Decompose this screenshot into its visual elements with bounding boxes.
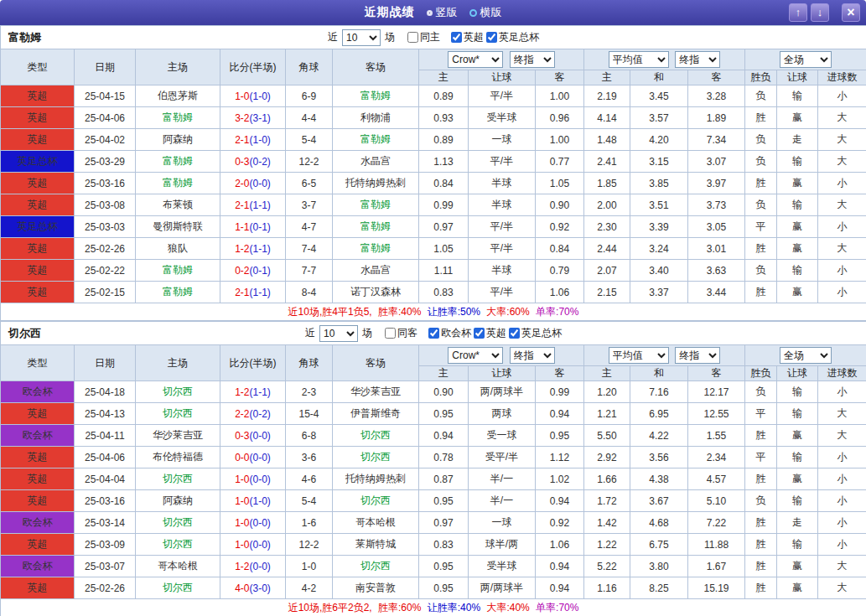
away-team[interactable]: 切尔西 (333, 556, 419, 577)
odds-home: 0.87 (419, 468, 469, 490)
home-team[interactable]: 切尔西 (136, 381, 220, 403)
home-team[interactable]: 华沙莱吉亚 (136, 425, 220, 447)
away-team[interactable]: 利物浦 (333, 107, 419, 129)
layout-vertical-radio[interactable]: 竖版 (427, 5, 458, 20)
away-team[interactable]: 伊普斯维奇 (333, 403, 419, 425)
home-team[interactable]: 布莱顿 (136, 194, 220, 216)
home-team[interactable]: 切尔西 (136, 577, 220, 599)
avg-group-cell: 平均值 终指 (584, 49, 745, 70)
same-venue-filter[interactable]: 同客 (385, 326, 417, 340)
home-team[interactable]: 布伦特福德 (136, 447, 220, 468)
away-team[interactable]: 诺丁汉森林 (333, 282, 419, 303)
move-down-button[interactable]: ↓ (811, 3, 829, 22)
match-count-select[interactable]: 10 (319, 325, 358, 342)
away-team[interactable]: 南安普敦 (333, 577, 419, 599)
corner-count: 1-0 (286, 556, 333, 577)
summary-row: 近10场,胜4平1负5, 胜率:40% 让胜率:50% 大率:60% 单率:70… (1, 303, 866, 321)
move-up-button[interactable]: ↑ (789, 3, 807, 22)
away-team[interactable]: 切尔西 (333, 447, 419, 468)
away-team[interactable]: 富勒姆 (333, 194, 419, 216)
league-filter[interactable]: 英足总杯 (509, 326, 562, 340)
score: 4-0(3-0) (220, 577, 286, 599)
match-date: 25-04-15 (75, 85, 136, 107)
same-venue-filter[interactable]: 同主 (407, 30, 440, 44)
avg-stage-select[interactable]: 终指 (675, 347, 720, 364)
league-checkbox[interactable] (474, 328, 485, 339)
match-row: 英超25-04-15伯恩茅斯1-0(1-0)6-9富勒姆0.89平/半1.002… (1, 85, 866, 107)
close-button[interactable]: × (842, 3, 860, 22)
fulltime-score: 1-1 (235, 221, 249, 233)
home-team[interactable]: 阿森纳 (136, 490, 220, 512)
odds-away: 1.06 (536, 282, 584, 303)
away-team[interactable]: 富勒姆 (333, 216, 419, 238)
league-filter[interactable]: 欧会杯 (428, 326, 471, 340)
home-team[interactable]: 富勒姆 (136, 151, 220, 173)
home-header: 主场 (136, 345, 220, 381)
odds-provider-select[interactable]: Crow* (448, 347, 503, 364)
result-outcome: 负 (745, 194, 777, 216)
home-team[interactable]: 曼彻斯特联 (136, 216, 220, 238)
odds-home: 0.83 (419, 282, 469, 303)
avg-provider-select[interactable]: 平均值 (609, 347, 669, 364)
match-scope-select[interactable]: 全场 (780, 51, 832, 68)
league-badge: 英超 (1, 173, 75, 194)
score: 0-2(0-1) (220, 260, 286, 282)
league-filter[interactable]: 英足总杯 (486, 30, 539, 44)
home-team[interactable]: 切尔西 (136, 403, 220, 425)
home-team[interactable]: 富勒姆 (136, 107, 220, 129)
odds-stage-select[interactable]: 终指 (510, 51, 555, 68)
league-filter[interactable]: 英超 (451, 30, 484, 44)
halftime-score: (0-0) (250, 474, 271, 485)
odds-home: 0.97 (419, 216, 469, 238)
odds-away: 0.94 (536, 577, 584, 599)
avg-stage-select[interactable]: 终指 (675, 51, 720, 68)
league-checkbox[interactable] (451, 32, 462, 43)
away-team[interactable]: 水晶宫 (333, 151, 419, 173)
home-team[interactable]: 富勒姆 (136, 173, 220, 194)
match-row: 英超25-04-04切尔西1-0(0-0)4-6托特纳姆热刺0.87半/一1.0… (1, 468, 866, 490)
away-team[interactable]: 切尔西 (333, 425, 419, 447)
away-team[interactable]: 水晶宫 (333, 260, 419, 282)
odds-away: 0.79 (536, 260, 584, 282)
odds-stage-select[interactable]: 终指 (510, 347, 555, 364)
away-team[interactable]: 切尔西 (333, 490, 419, 512)
league-badge: 英超 (1, 468, 75, 490)
league-badge: 欧会杯 (1, 381, 75, 403)
league-checkbox[interactable] (509, 328, 520, 339)
home-team[interactable]: 阿森纳 (136, 129, 220, 151)
home-team[interactable]: 富勒姆 (136, 260, 220, 282)
away-team[interactable]: 莱斯特城 (333, 534, 419, 556)
home-team[interactable]: 切尔西 (136, 512, 220, 534)
home-team[interactable]: 哥本哈根 (136, 556, 220, 577)
away-team[interactable]: 托特纳姆热刺 (333, 173, 419, 194)
same-venue-label: 同客 (397, 326, 417, 340)
away-team[interactable]: 托特纳姆热刺 (333, 468, 419, 490)
odds-provider-select[interactable]: Crow* (448, 51, 503, 68)
away-team[interactable]: 哥本哈根 (333, 512, 419, 534)
home-team[interactable]: 切尔西 (136, 534, 220, 556)
layout-horizontal-radio[interactable]: 横版 (469, 5, 502, 20)
odds-home: 0.95 (419, 403, 469, 425)
home-team[interactable]: 狼队 (136, 238, 220, 260)
close-icon: × (847, 5, 854, 19)
league-filter[interactable]: 英超 (474, 326, 506, 340)
league-checkbox[interactable] (486, 32, 497, 43)
match-scope-select[interactable]: 全场 (780, 347, 832, 364)
league-checkbox[interactable] (428, 328, 439, 339)
date-header: 日期 (75, 49, 136, 85)
away-team[interactable]: 富勒姆 (333, 129, 419, 151)
match-count-select[interactable]: 10 (342, 29, 381, 46)
avg-provider-select[interactable]: 平均值 (609, 51, 669, 68)
away-team[interactable]: 富勒姆 (333, 238, 419, 260)
avg-away: 3.28 (688, 85, 745, 107)
match-row: 英超25-03-16阿森纳1-0(1-0)5-4切尔西0.95半/一0.941.… (1, 490, 866, 512)
away-team[interactable]: 富勒姆 (333, 85, 419, 107)
down-arrow-icon: ↓ (817, 6, 823, 18)
halftime-score: (0-1) (250, 265, 271, 277)
away-team[interactable]: 华沙莱吉亚 (333, 381, 419, 403)
home-team[interactable]: 伯恩茅斯 (136, 85, 220, 107)
same-venue-checkbox[interactable] (385, 328, 396, 339)
home-team[interactable]: 富勒姆 (136, 282, 220, 303)
home-team[interactable]: 切尔西 (136, 468, 220, 490)
same-venue-checkbox[interactable] (407, 32, 418, 43)
